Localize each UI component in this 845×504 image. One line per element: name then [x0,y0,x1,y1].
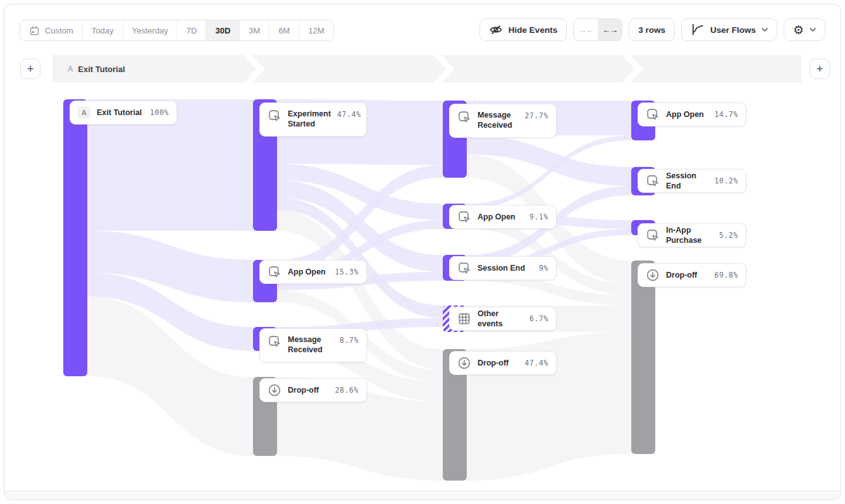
date-range-label: Today [92,26,114,35]
node-label: Drop-off [666,270,697,280]
expand-icon: ←→ [602,25,617,35]
plus-icon: + [27,62,34,75]
date-range-30d[interactable]: 30D [206,20,239,40]
date-range-custom[interactable]: Custom [20,20,82,40]
band-chevron-separator [435,55,450,83]
node-card-c3-msg[interactable]: Message Received27.7% [449,104,557,138]
date-range-selector: CustomTodayYesterday7D30D3M6M12M [20,20,334,41]
node-label: Message Received [288,335,333,355]
plus-icon: + [816,62,823,75]
node-label: App Open [666,109,704,120]
event-cursor-icon [268,109,281,123]
hide-events-label: Hide Events [509,25,557,35]
event-cursor-icon [646,108,660,121]
date-range-12m[interactable]: 12M [299,20,333,40]
event-cursor-icon [457,110,471,124]
band-chevrons [52,55,801,83]
event-cursor-icon [268,265,281,279]
chevron-down-icon [810,28,816,32]
band-chevron-separator [624,55,639,83]
node-bar-c4-drop[interactable] [631,261,655,454]
chevron-down-icon [762,28,768,32]
node-label: In-App Purchase [666,225,713,246]
date-range-label: 7D [187,26,197,35]
node-label: Session End [478,263,525,273]
rows-label: 3 rows [638,25,665,35]
node-card-c4-drop[interactable]: Drop-off69.8% [638,263,746,287]
node-percentage: 9% [539,264,548,273]
date-range-label: 3M [249,26,260,35]
node-bar-c1-exit[interactable] [63,99,87,376]
node-percentage: 5.2% [719,231,738,240]
hide-events-button[interactable]: Hide Events [479,18,567,41]
node-card-c4-iap[interactable]: In-App Purchase5.2% [638,223,746,247]
node-card-c3-drop[interactable]: Drop-off47.4% [449,351,557,375]
rows-button[interactable]: 3 rows [629,18,675,41]
event-cursor-icon [457,261,471,275]
add-step-left-button[interactable]: + [20,59,40,79]
node-percentage: 28.6% [335,386,359,395]
node-card-c1-exit[interactable]: AExit Tutorial100% [70,101,177,125]
user-flows-app: AExit Tutorial100%Experiment Started47.4… [4,4,841,500]
date-range-yesterday[interactable]: Yesterday [123,20,177,40]
node-percentage: 10.2% [714,176,738,185]
event-cursor-icon [646,228,660,242]
drop-off-icon [646,268,660,282]
node-card-c2-msg[interactable]: Message Received8.7% [259,328,367,362]
toolbar-right: Hide Events →← ←→ 3 rows User Flows [479,18,825,41]
node-card-c2-app[interactable]: App Open15.3% [259,260,367,284]
node-label: Experiment Started [288,109,331,130]
node-label: App Open [288,267,326,277]
node-card-c4-app[interactable]: App Open14.7% [638,102,746,126]
node-percentage: 14.7% [714,110,738,119]
settings-dropdown[interactable]: ⚙ [784,18,825,41]
date-range-label: 30D [215,26,230,35]
node-percentage: 47.4% [337,110,361,119]
date-range-3m[interactable]: 3M [239,20,269,40]
add-step-right-button[interactable]: + [810,59,830,79]
expand-collapse-toggle: →← ←→ [573,18,622,41]
step-letter-badge: A [78,106,90,119]
step-letter: A [68,65,73,73]
other-events-grid-icon [457,312,471,326]
node-card-c3-sess[interactable]: Session End9% [449,256,557,280]
node-percentage: 69.8% [714,271,738,280]
date-range-6m[interactable]: 6M [269,20,299,40]
date-range-label: 12M [308,26,324,35]
node-label: App Open [478,212,515,222]
node-card-c2-exp[interactable]: Experiment Started47.4% [259,102,367,137]
node-percentage: 27.7% [524,111,548,120]
footer-strip [4,491,841,500]
toolbar: CustomTodayYesterday7D30D3M6M12M Hide Ev… [4,4,841,44]
collapse-columns-button[interactable]: →← [574,19,598,40]
node-label: Session End [666,171,708,192]
step-header-band: A Exit Tutorial [52,55,801,83]
user-flows-chart-icon [691,23,705,37]
node-percentage: 15.3% [335,267,359,276]
date-range-label: Custom [45,26,73,35]
node-card-c3-other[interactable]: Other events6.7% [449,307,557,331]
calendar-icon [29,25,40,36]
node-label: Drop-off [478,358,509,368]
expand-columns-button[interactable]: ←→ [598,19,622,40]
view-mode-dropdown[interactable]: User Flows [681,18,777,41]
node-card-c3-app[interactable]: App Open9.1% [449,205,557,229]
drop-off-icon [268,383,281,397]
node-percentage: 9.1% [529,212,548,221]
date-range-7d[interactable]: 7D [177,20,206,40]
node-card-c4-sess[interactable]: Session End10.2% [638,169,746,193]
node-label: Message Received [478,110,518,131]
step-title: Exit Tutorial [78,65,125,74]
band-chevron-separator [245,55,261,83]
event-cursor-icon [268,335,281,348]
node-percentage: 47.4% [524,359,548,367]
node-percentage: 6.7% [529,314,548,323]
node-percentage: 100% [150,108,169,117]
date-range-label: Yesterday [132,26,168,35]
eye-off-icon [489,23,503,37]
node-card-c2-drop[interactable]: Drop-off28.6% [259,378,367,402]
step-header-label: A Exit Tutorial [68,55,125,83]
date-range-label: 6M [278,26,290,35]
node-percentage: 8.7% [340,336,359,345]
date-range-today[interactable]: Today [82,20,123,40]
